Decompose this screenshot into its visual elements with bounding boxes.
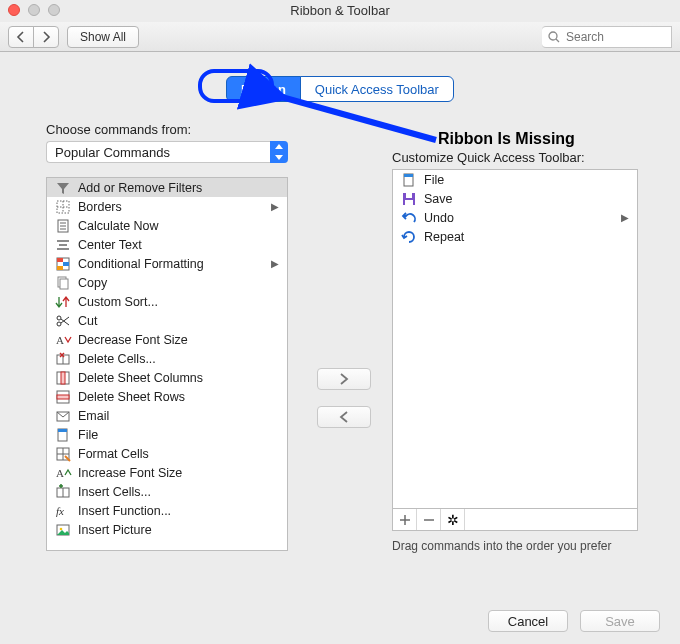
format-cells-icon [55,446,71,462]
show-all-label: Show All [80,30,126,44]
svg-line-1 [556,39,559,42]
commands-list[interactable]: Add or Remove FiltersBorders▶Calculate N… [46,177,288,551]
close-window-button[interactable] [8,4,20,16]
list-item[interactable]: Add or Remove Filters [47,178,287,197]
gear-icon: ✲ [447,512,459,528]
list-item-label: File [424,173,444,187]
preferences-window: Ribbon & Toolbar Show All Ribbon [0,0,680,644]
submenu-indicator-icon: ▶ [621,212,633,223]
svg-point-45 [60,527,63,530]
svg-rect-18 [60,279,68,289]
remove-command-button[interactable] [317,406,371,428]
list-item[interactable]: Format Cells [47,444,287,463]
svg-text:fx: fx [56,505,64,517]
svg-text:A: A [56,467,64,479]
svg-point-20 [57,316,61,320]
save-label: Save [605,614,635,629]
list-item[interactable]: Custom Sort... [47,292,287,311]
list-item[interactable]: fxInsert Function... [47,501,287,520]
cond-format-icon [55,256,71,272]
show-all-button[interactable]: Show All [67,26,139,48]
list-item-label: Format Cells [78,447,149,461]
submenu-indicator-icon: ▶ [271,258,283,269]
list-item[interactable]: Delete Cells... [47,349,287,368]
svg-point-0 [549,32,557,40]
save-button[interactable]: Save [580,610,660,632]
chevron-right-icon [42,32,50,42]
minimize-window-button[interactable] [28,4,40,16]
list-item-label: Email [78,409,109,423]
center-icon [55,237,71,253]
chevron-left-icon [339,411,349,423]
list-item-label: Delete Sheet Columns [78,371,203,385]
list-item-label: File [78,428,98,442]
svg-rect-16 [57,266,63,270]
list-item[interactable]: Copy [47,273,287,292]
cancel-button[interactable]: Cancel [488,610,568,632]
add-command-button[interactable] [317,368,371,390]
email-icon [55,408,71,424]
zoom-window-button[interactable] [48,4,60,16]
list-item[interactable]: Email [47,406,287,425]
list-item-label: Center Text [78,238,142,252]
list-item[interactable]: File [393,170,637,189]
list-item[interactable]: Center Text [47,235,287,254]
list-item-label: Conditional Formatting [78,257,204,271]
choose-commands-combo[interactable]: Popular Commands [46,141,288,163]
list-item[interactable]: Save [393,189,637,208]
list-item[interactable]: Insert Picture [47,520,287,539]
qat-list[interactable]: FileSaveUndo▶Repeat [392,169,638,509]
save-icon [401,191,417,207]
list-item[interactable]: Calculate Now [47,216,287,235]
qat-list-toolbar: ✲ [392,509,638,531]
list-item[interactable]: Borders▶ [47,197,287,216]
delete-rows-icon [55,389,71,405]
add-remove-column [310,122,378,553]
svg-rect-47 [404,174,413,177]
borders-icon [55,199,71,215]
list-item-label: Insert Cells... [78,485,151,499]
qat-remove-button[interactable] [417,509,441,530]
list-item-label: Custom Sort... [78,295,158,309]
nav-back-forward [8,26,59,48]
font-increase-icon: A [55,465,71,481]
svg-rect-29 [61,372,65,384]
chevron-left-icon [17,32,25,42]
list-item[interactable]: Undo▶ [393,208,637,227]
back-button[interactable] [8,26,34,48]
sort-icon [55,294,71,310]
delete-cells-icon [55,351,71,367]
annotation-text: Ribbon Is Missing [438,130,575,148]
list-item-label: Decrease Font Size [78,333,188,347]
repeat-icon [401,229,417,245]
list-item-label: Delete Cells... [78,352,156,366]
list-item-label: Calculate Now [78,219,159,233]
list-item[interactable]: Cut [47,311,287,330]
footer: Cancel Save [488,610,660,632]
list-item[interactable]: Delete Sheet Rows [47,387,287,406]
list-item-label: Undo [424,211,454,225]
qat-add-button[interactable] [393,509,417,530]
list-item[interactable]: File [47,425,287,444]
list-item-label: Repeat [424,230,464,244]
list-item-label: Borders [78,200,122,214]
insert-cells-icon [55,484,71,500]
svg-rect-15 [63,262,69,266]
annotation-arrow [260,86,440,156]
body: Ribbon Quick Access Toolbar Ribbon Is Mi… [0,52,680,644]
left-column: Choose commands from: Popular Commands A… [46,122,296,553]
list-item[interactable]: AIncrease Font Size [47,463,287,482]
list-item[interactable]: Conditional Formatting▶ [47,254,287,273]
list-item-label: Increase Font Size [78,466,182,480]
list-item-label: Insert Function... [78,504,171,518]
svg-rect-31 [57,395,69,399]
list-item[interactable]: Delete Sheet Columns [47,368,287,387]
search-icon [548,31,560,43]
list-item[interactable]: Repeat [393,227,637,246]
list-item[interactable]: ADecrease Font Size [47,330,287,349]
list-item[interactable]: Insert Cells... [47,482,287,501]
search-field[interactable] [542,26,672,48]
qat-settings-button[interactable]: ✲ [441,509,465,530]
forward-button[interactable] [33,26,59,48]
search-input[interactable] [564,29,654,45]
